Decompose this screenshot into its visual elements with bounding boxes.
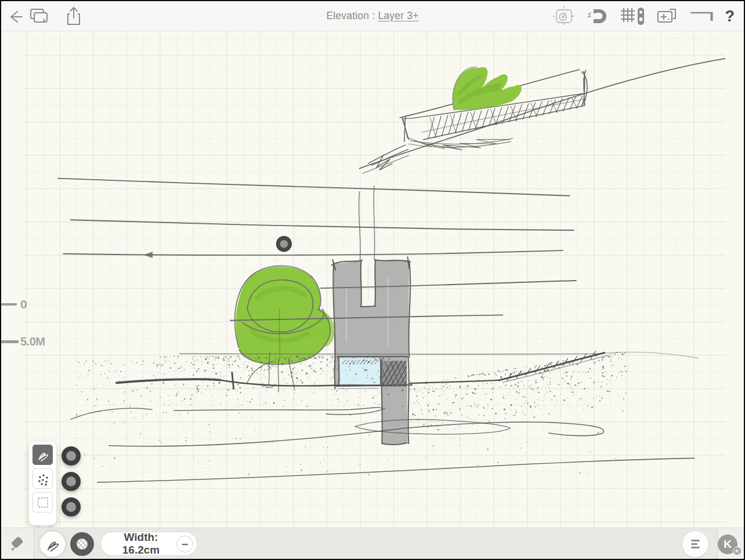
precision-icon — [552, 6, 576, 27]
tool-swatch-3[interactable] — [62, 497, 81, 517]
avatar-badge-initial: K — [736, 548, 739, 554]
width-value-label: Width: 16.2cm — [101, 531, 176, 557]
grid-settings-button[interactable] — [617, 5, 646, 28]
eraser-button[interactable] — [6, 533, 28, 555]
new-layer-button[interactable] — [654, 6, 680, 27]
drawing-canvas[interactable]: 0 5.0M — [1, 31, 745, 529]
snap-magnet-icon — [586, 7, 608, 26]
new-layer-icon — [656, 7, 679, 26]
tool-swatch-1[interactable] — [62, 446, 81, 466]
popup-marquee-tool-button[interactable] — [32, 492, 53, 512]
tool-swatch-2[interactable] — [62, 472, 81, 491]
help-button[interactable]: ? — [724, 8, 736, 26]
avatar-badge: K — [733, 547, 742, 555]
ruler-tick-0 — [1, 303, 17, 306]
spray-dots-icon — [35, 471, 51, 487]
grid-icon — [619, 6, 645, 27]
popup-pen-tool-button[interactable] — [32, 445, 53, 465]
title-prefix: Elevation : — [326, 10, 375, 21]
top-toolbar: Elevation : Layer 3+ — [1, 1, 744, 31]
bottom-toolbar: Width: 16.2cm − K K — [1, 528, 744, 559]
color-swatch-button[interactable] — [70, 532, 94, 556]
marquee-rect-icon — [35, 494, 51, 511]
pen-scribble-icon — [44, 536, 62, 553]
settings-menu-button[interactable] — [682, 530, 709, 558]
canvas-handle-dot[interactable] — [276, 236, 292, 252]
popup-spray-tool-button[interactable] — [32, 468, 53, 489]
tool-popup — [29, 442, 56, 525]
precision-button[interactable] — [551, 5, 577, 28]
snap-button[interactable] — [585, 6, 609, 27]
width-decrease-button[interactable]: − — [176, 536, 193, 552]
grid-toggle-icon — [638, 8, 644, 25]
width-pill[interactable]: Width: 16.2cm − — [100, 532, 197, 556]
ruler-tick-5m — [1, 340, 19, 343]
ruler-label-5m: 5.0M — [20, 335, 45, 348]
eraser-icon — [8, 534, 27, 554]
grid-background — [23, 31, 725, 529]
menu-lines-icon — [691, 540, 700, 548]
active-pen-tool-button[interactable] — [39, 530, 66, 558]
canvas-sketch — [1, 31, 745, 529]
eraser-segment — [1, 528, 34, 559]
layer-link[interactable]: Layer 3+ — [378, 10, 418, 21]
concepts-app-window: 0 5.0M — [0, 0, 745, 560]
ruler-label-0: 0 — [20, 297, 27, 311]
help-icon: ? — [725, 9, 735, 24]
measure-icon — [689, 10, 715, 23]
pen-scribble-icon — [35, 448, 50, 463]
account-segment: K K — [717, 528, 744, 559]
measure-button[interactable] — [688, 9, 716, 24]
avatar-initial: K — [724, 538, 732, 551]
